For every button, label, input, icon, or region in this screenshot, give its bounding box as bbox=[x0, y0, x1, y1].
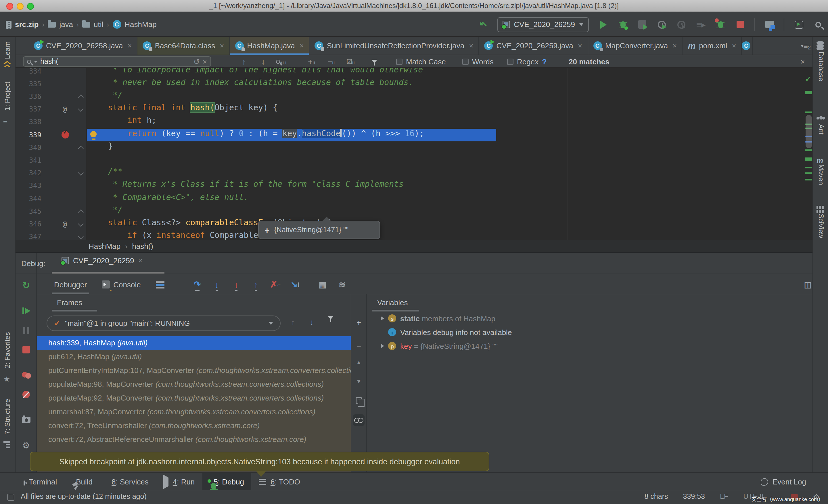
editor-tab[interactable]: CMapConverter.java× bbox=[588, 37, 682, 55]
step-into-icon[interactable]: ↓ bbox=[210, 275, 223, 294]
code-line[interactable]: static Class<?> comparableClassFor(Objec… bbox=[87, 218, 804, 230]
search-everywhere-button[interactable] bbox=[813, 19, 823, 30]
settings-sliders-icon[interactable]: ≋ bbox=[336, 275, 348, 294]
variable-row[interactable]: sstatic members of HashMap bbox=[367, 312, 813, 325]
gutter-row[interactable]: 337@ bbox=[15, 103, 86, 116]
toolwindow-button-terminal[interactable]: Terminal bbox=[16, 473, 65, 490]
close-session-icon[interactable]: × bbox=[138, 256, 142, 265]
debug-button[interactable] bbox=[618, 19, 628, 30]
tab-close-icon[interactable]: × bbox=[220, 41, 224, 50]
layout-settings-icon[interactable] bbox=[156, 281, 164, 288]
profiler-disabled-button[interactable] bbox=[676, 19, 687, 30]
view-breakpoints-button[interactable] bbox=[21, 370, 31, 380]
run-configuration-select[interactable]: CVE_2020_26259 bbox=[497, 17, 589, 32]
stop-debug-button[interactable] bbox=[21, 345, 31, 355]
remove-watch-icon[interactable]: − bbox=[353, 340, 365, 352]
close-find-bar-icon[interactable]: × bbox=[797, 55, 808, 68]
frame-row[interactable]: convert:72, AbstractReferenceUnmarshalle… bbox=[37, 433, 351, 447]
code-line[interactable]: * never be used in index calculations be… bbox=[87, 78, 804, 90]
tab-console[interactable]: Console bbox=[102, 275, 140, 294]
gutter-row[interactable]: 341 bbox=[15, 154, 86, 167]
coverage-button[interactable] bbox=[637, 19, 648, 30]
editor-tab[interactable]: CCVE_2020_26259.java× bbox=[479, 37, 588, 55]
stripe-sciview[interactable]: SciView bbox=[817, 214, 825, 238]
debug-session-tab[interactable]: CVE_2020_26259 × bbox=[61, 256, 142, 265]
restore-layout-icon[interactable]: ◫ bbox=[801, 275, 814, 294]
code-line[interactable]: return (key == null) ? 0 : (h = key.hash… bbox=[87, 129, 804, 141]
fold-marker-icon[interactable] bbox=[78, 210, 84, 215]
next-occurrence-icon[interactable]: ↓ bbox=[258, 55, 268, 68]
code-line[interactable]: if (x instanceof Comparable) { bbox=[87, 230, 804, 240]
breadcrumb-java[interactable]: java bbox=[59, 20, 73, 29]
scroll-mark[interactable] bbox=[805, 179, 812, 180]
frames-tab[interactable]: Frames bbox=[57, 298, 82, 307]
notification-balloon[interactable]: Skipped breakpoint at jdk.nashorn.intern… bbox=[30, 452, 489, 471]
previous-occurrence-icon[interactable]: ↑ bbox=[239, 55, 249, 68]
add-watch-icon[interactable]: + bbox=[353, 317, 365, 328]
code-line[interactable]: /** bbox=[87, 167, 804, 179]
code-area[interactable]: * to incorporate impact of the highest b… bbox=[87, 68, 804, 240]
intention-bulb-icon[interactable] bbox=[90, 131, 96, 137]
tab-close-icon[interactable]: × bbox=[578, 41, 582, 50]
tab-close-icon[interactable]: × bbox=[672, 41, 677, 50]
thread-select[interactable]: ✓ "main"@1 in group "main": RUNNING bbox=[47, 316, 281, 331]
learn-icon[interactable] bbox=[3, 61, 12, 70]
editor-tab[interactable]: CBase64Data.class× bbox=[138, 37, 230, 55]
move-down-icon[interactable]: ▼ bbox=[353, 375, 365, 387]
breakpoint-icon[interactable] bbox=[61, 131, 69, 138]
tab-close-icon[interactable]: × bbox=[732, 41, 736, 50]
stripe-ant[interactable]: Ant bbox=[817, 124, 825, 134]
expand-icon[interactable]: + bbox=[264, 225, 270, 235]
resume-button[interactable] bbox=[21, 306, 31, 316]
editor-tab[interactable]: CHashMap.java× bbox=[230, 37, 309, 55]
filter-search-icon[interactable] bbox=[369, 55, 379, 68]
run-to-cursor-icon[interactable]: ↘I bbox=[289, 275, 301, 294]
line-ending[interactable]: LF bbox=[720, 493, 728, 501]
duplicate-watch-icon[interactable] bbox=[353, 395, 365, 406]
structure-icon[interactable] bbox=[3, 441, 12, 450]
tab-close-icon[interactable]: × bbox=[299, 41, 304, 50]
editor-tab[interactable]: C bbox=[742, 37, 753, 55]
match-case-option[interactable]: Match Case bbox=[396, 55, 446, 68]
ant-icon[interactable] bbox=[817, 116, 825, 125]
variable-row[interactable]: pkey = {NativeString@1471} "" bbox=[367, 339, 813, 353]
inspections-ok-icon[interactable]: ✓ bbox=[805, 75, 811, 83]
run-anything-button[interactable] bbox=[793, 19, 804, 30]
gutter-row[interactable]: 342 bbox=[15, 167, 86, 179]
project-structure-button[interactable] bbox=[764, 19, 775, 30]
code-line[interactable]: * to incorporate impact of the highest b… bbox=[87, 68, 804, 78]
gutter-row[interactable]: 335 bbox=[15, 78, 86, 90]
run-with-parameters-icon[interactable]: ≡▸ bbox=[696, 19, 706, 30]
stripe-project[interactable]: 1: Project bbox=[3, 82, 11, 110]
stripe-maven[interactable]: Maven bbox=[817, 164, 825, 185]
stripe-structure[interactable]: 7: Structure bbox=[3, 399, 11, 434]
words-option[interactable]: Words bbox=[462, 55, 494, 68]
code-line[interactable]: } bbox=[87, 141, 804, 154]
step-out-icon[interactable]: ↑ bbox=[250, 275, 262, 294]
find-all-icon[interactable]: ALL bbox=[277, 55, 287, 68]
step-over-icon[interactable]: ↷ bbox=[191, 275, 204, 294]
error-stripe[interactable]: ✓ bbox=[804, 68, 813, 240]
thread-dump-button[interactable] bbox=[21, 415, 31, 425]
editor-tab[interactable]: CSunLimitedUnsafeReflectionProvider.java… bbox=[309, 37, 479, 55]
regex-option[interactable]: Regex ? bbox=[507, 55, 546, 68]
scroll-mark[interactable] bbox=[805, 111, 812, 113]
hide-frames-filter-icon[interactable] bbox=[328, 320, 333, 328]
run-button[interactable] bbox=[598, 19, 608, 30]
fold-marker-icon[interactable] bbox=[78, 170, 84, 176]
toolwindow-button-build[interactable]: Build bbox=[65, 473, 100, 490]
toolwindow-button-debug[interactable]: 5: Debug bbox=[202, 473, 252, 490]
code-line[interactable]: */ bbox=[87, 90, 804, 103]
gutter-row[interactable]: 340 bbox=[15, 141, 86, 154]
stripe-learn[interactable]: Learn bbox=[3, 41, 11, 59]
gutter-row[interactable]: 347 bbox=[15, 230, 86, 240]
scroll-mark[interactable] bbox=[805, 172, 812, 174]
tab-close-icon[interactable]: × bbox=[127, 41, 132, 50]
gutter-row[interactable]: 336 bbox=[15, 90, 86, 103]
fold-marker-icon[interactable] bbox=[78, 234, 84, 239]
breadcrumb-src-zip[interactable]: src.zip bbox=[15, 20, 39, 29]
frame-row[interactable]: populateMap:98, MapConverter (com.though… bbox=[37, 377, 351, 392]
previous-frame-icon[interactable]: ↑ bbox=[291, 318, 295, 326]
frame-row[interactable]: unmarshal:87, MapConverter (com.thoughtw… bbox=[37, 405, 351, 419]
search-input[interactable]: hash( ↺ × bbox=[23, 56, 211, 67]
